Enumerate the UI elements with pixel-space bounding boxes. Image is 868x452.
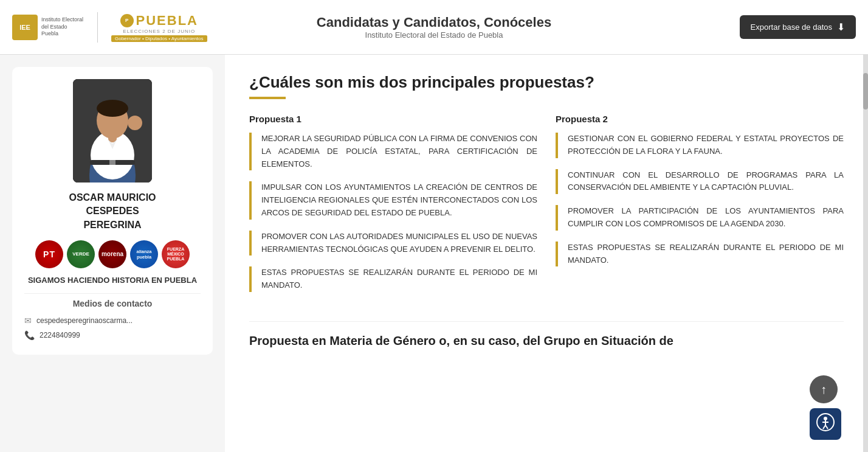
iee-box-icon: IEE [12,15,38,40]
proposal1-text-3: PROMOVER CON LAS AUTORIDADES MUNICIPALES… [261,231,537,256]
candidate-photo [73,79,152,183]
party-logos: PT VERDE morena alianzapuebla FUERZAMÉXI… [35,240,190,268]
logo-group: IEE Instituto Electoral del Estado Puebl… [12,12,207,43]
proposal2-label: Propuesta 2 [556,114,844,124]
logo-divider [97,12,98,43]
proposal2-text-1: GESTIONAR CON EL GOBIERNO FEDERAL Y ESTA… [568,133,844,158]
contact-email: cespedesperegrinaoscarma... [36,316,133,325]
scroll-thumb [863,73,868,110]
candidate-name: OSCAR MAURICIOCESPEDESPEREGRINA [69,191,156,232]
proposal1-label: Propuesta 1 [249,114,537,124]
logo-puebla: P PUEBLA ELECCIONES 2 DE JUNIO Gobernado… [111,13,207,42]
main-content: ¿Cuáles son mis dos principales propuest… [225,55,868,452]
proposal1-item-1: MEJORAR LA SEGURIDAD PÚBLICA CON LA FIRM… [249,133,537,170]
proposal2-item-3: PROMOVER LA PARTICIPACIÓN DE LOS AYUNTAM… [556,205,844,231]
puebla-circle-icon: P [120,14,134,27]
proposal2-column: Propuesta 2 GESTIONAR CON EL GOBIERNO FE… [556,114,844,303]
page-subtitle: Instituto Electoral del Estado de Puebla [317,30,551,40]
proposals-title: ¿Cuáles son mis dos principales propuest… [249,73,844,92]
candidate-slogan: SIGAMOS HACIENDO HISTORIA EN PUEBLA [28,276,197,285]
proposals-grid: Propuesta 1 MEJORAR LA SEGURIDAD PÚBLICA… [249,114,844,303]
party-fuerza-badge: FUERZAMÉXICOPUEBLA [162,240,190,268]
proposal1-item-2: IMPULSAR CON LOS AYUNTAMIENTOS LA CREACI… [249,181,537,219]
proposal2-text-2: CONTINUAR CON EL DESARROLLO DE PROGRAMAS… [568,169,844,195]
proposal1-item-3: PROMOVER CON LAS AUTORIDADES MUNICIPALES… [249,231,537,256]
svg-point-7 [128,116,142,130]
proposal2-item-1: GESTIONAR CON EL GOBIERNO FEDERAL Y ESTA… [556,133,844,158]
proposal1-column: Propuesta 1 MEJORAR LA SEGURIDAD PÚBLICA… [249,114,537,303]
page-title: Candidatas y Candidatos, Conóceles [317,15,551,30]
proposal1-text-4: ESTAS PROPUESTAS SE REALIZARÁN DURANTE E… [261,266,537,292]
main-layout: OSCAR MAURICIOCESPEDESPEREGRINA PT VERDE… [0,55,868,452]
svg-line-16 [825,425,828,429]
scroll-top-button[interactable]: ↑ [810,375,838,403]
next-section-title: Propuesta en Materia de Género o, en su … [249,321,844,348]
header-center: Candidatas y Candidatos, Conóceles Insti… [317,15,551,40]
export-button[interactable]: Exportar base de datos ⬇ [740,15,856,39]
party-verde-badge: VERDE [67,240,95,268]
email-icon: ✉ [24,316,32,325]
page-header: IEE Instituto Electoral del Estado Puebl… [0,0,868,55]
puebla-election-date: ELECCIONES 2 DE JUNIO [123,29,195,34]
contact-phone-row: 📞 2224840999 [24,328,201,342]
candidate-card: OSCAR MAURICIOCESPEDESPEREGRINA PT VERDE… [12,67,213,355]
iee-icon-text: IEE [19,24,30,31]
contact-email-row: ✉ cespedesperegrinaoscarma... [24,313,201,328]
puebla-name: PUEBLA [136,13,198,29]
svg-point-12 [824,417,827,420]
party-pt-badge: PT [35,240,63,268]
title-underline [249,97,286,99]
party-alianza-badge: alianzapuebla [130,240,158,268]
proposal2-item-2: CONTINUAR CON EL DESARROLLO DE PROGRAMAS… [556,169,844,195]
svg-point-6 [97,100,128,117]
proposal1-text-2: IMPULSAR CON LOS AYUNTAMIENTOS LA CREACI… [261,181,537,219]
proposal2-text-3: PROMOVER LA PARTICIPACIÓN DE LOS AYUNTAM… [568,205,844,231]
export-label: Exportar base de datos [751,23,832,32]
logo-iee: IEE Instituto Electoral del Estado Puebl… [12,15,84,40]
accessibility-button[interactable] [810,408,841,440]
proposal1-text-1: MEJORAR LA SEGURIDAD PÚBLICA CON LA FIRM… [261,133,537,170]
phone-icon: 📞 [24,330,35,340]
party-morena-badge: morena [98,240,126,268]
puebla-election-badge: Gobernador • Diputados • Ayuntamientos [111,35,207,42]
contact-title: Medios de contacto [24,293,201,313]
scrollbar[interactable] [863,55,868,452]
proposal2-text-4: ESTAS PROPUESTAS SE REALIZARÁN DURANTE E… [568,242,844,267]
contact-phone: 2224840999 [40,331,80,339]
accessibility-icon [816,413,835,435]
proposal1-item-4: ESTAS PROPUESTAS SE REALIZARÁN DURANTE E… [249,266,537,292]
iee-label: Instituto Electoral del Estado Puebla [41,16,84,38]
export-icon: ⬇ [837,21,845,33]
proposal2-item-4: ESTAS PROPUESTAS SE REALIZARÁN DURANTE E… [556,242,844,267]
scroll-top-icon: ↑ [821,383,827,397]
contact-section: Medios de contacto ✉ cespedesperegrinaos… [24,293,201,342]
sidebar: OSCAR MAURICIOCESPEDESPEREGRINA PT VERDE… [0,55,225,452]
svg-rect-9 [109,160,115,165]
